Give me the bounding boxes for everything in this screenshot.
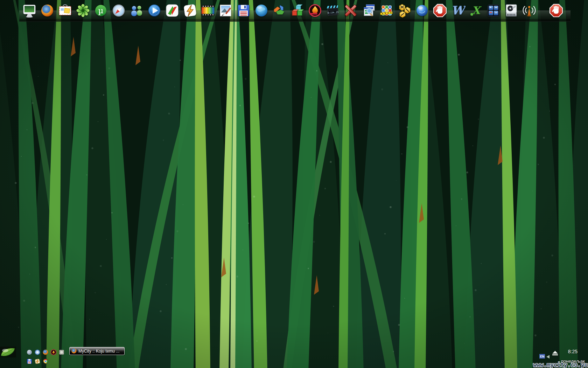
- glass-cubes-icon[interactable]: [289, 3, 305, 18]
- firefox-icon[interactable]: [40, 3, 55, 18]
- eject-icon[interactable]: [552, 351, 558, 355]
- winamp-lightning-icon[interactable]: [35, 359, 40, 364]
- icq-flower-icon[interactable]: [75, 3, 91, 18]
- svg-text:X: X: [472, 4, 482, 16]
- svg-text:W: W: [451, 4, 465, 17]
- blue-tiles-icon[interactable]: [486, 3, 501, 18]
- watermark: www.mycity.co.yu: [533, 362, 588, 368]
- hard-disk-icon[interactable]: [504, 3, 519, 18]
- leaf-start-icon[interactable]: [0, 347, 16, 357]
- stop-hand-icon-2[interactable]: [548, 3, 564, 18]
- flashget-arrows-icon[interactable]: [164, 3, 180, 18]
- film-strip-icon[interactable]: [200, 3, 216, 18]
- winamp-lightning-icon[interactable]: [182, 3, 198, 18]
- firefox-icon: [71, 348, 77, 354]
- movie-clapper-icon[interactable]: 0:154.23: [325, 3, 341, 18]
- stop-hand-icon[interactable]: [432, 3, 448, 18]
- floppy-disk-icon[interactable]: [27, 359, 32, 364]
- colorful-globe-icon[interactable]: [43, 359, 48, 364]
- utorrent-icon[interactable]: µ: [93, 3, 108, 18]
- messenger-buddies-icon[interactable]: [129, 3, 144, 18]
- snowflake-icon[interactable]: [35, 349, 40, 355]
- safari-compass-icon[interactable]: [111, 3, 126, 18]
- wifi-antenna-icon[interactable]: [522, 3, 537, 18]
- block-cube-tape-icon[interactable]: [379, 3, 394, 18]
- svg-text:µ: µ: [98, 6, 104, 15]
- imac-monitor-icon[interactable]: [22, 3, 37, 18]
- window-button-label: MyCity :: Koju temu ...: [78, 349, 119, 354]
- mail-envelope-icon[interactable]: [57, 3, 73, 18]
- taskbar-window-button[interactable]: MyCity :: Koju temu ...: [69, 347, 125, 355]
- floppy-disk-icon[interactable]: [236, 3, 251, 18]
- defrag-blocks-icon[interactable]: [272, 3, 287, 18]
- uninstaller-x-icon[interactable]: [343, 3, 358, 18]
- excel-icon[interactable]: X: [468, 3, 483, 18]
- blue-orb-icon[interactable]: [414, 3, 430, 18]
- image-editor-icon[interactable]: [218, 3, 233, 18]
- language-indicator[interactable]: EN: [539, 354, 545, 359]
- firefox-icon[interactable]: [43, 349, 48, 355]
- internet-globe-icon[interactable]: [254, 3, 269, 18]
- media-player-icon[interactable]: [147, 3, 162, 18]
- word-icon[interactable]: W: [450, 3, 465, 18]
- tray-collapse-arrow-icon[interactable]: [546, 355, 550, 359]
- dock: µ 0:154.23 W X: [22, 3, 564, 18]
- tuneup-hexagons-icon[interactable]: [397, 3, 412, 18]
- desktop-wallpaper: [0, 0, 588, 368]
- quick-launch-row-1: [27, 349, 64, 355]
- web-page-search-icon[interactable]: [361, 3, 376, 18]
- nero-flame-icon[interactable]: [51, 349, 56, 355]
- tray-clock: 8:25: [568, 349, 578, 354]
- dock-gap: [539, 3, 546, 18]
- quick-launch-row-2: [27, 359, 48, 364]
- desktop-frame-icon[interactable]: [59, 349, 64, 355]
- globe-sphere-icon[interactable]: [27, 349, 32, 355]
- nero-burning-icon[interactable]: [307, 3, 323, 18]
